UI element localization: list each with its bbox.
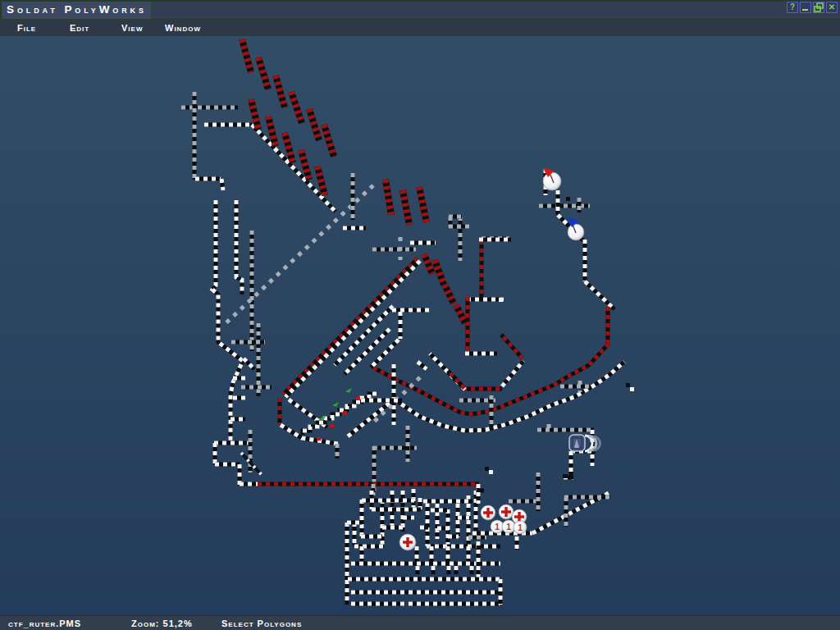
svg-text:1: 1 [495, 522, 500, 532]
svg-text:1: 1 [506, 522, 511, 532]
svg-text:1: 1 [518, 523, 523, 532]
